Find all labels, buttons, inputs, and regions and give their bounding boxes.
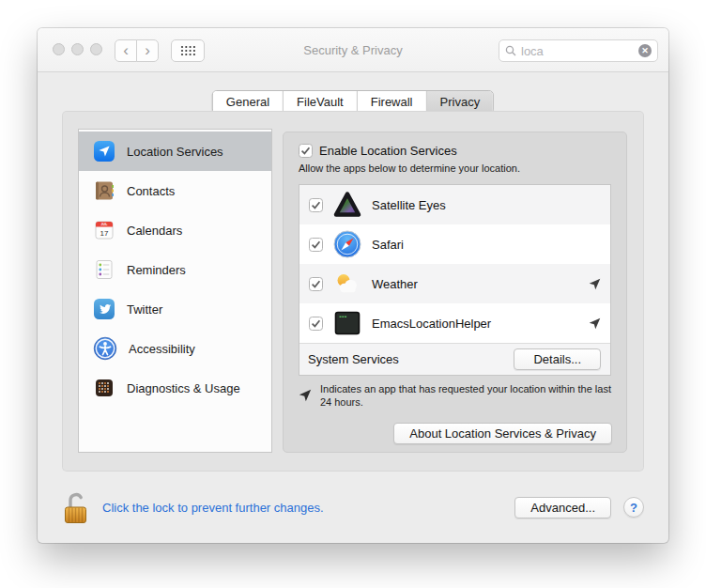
tab-firewall[interactable]: Firewall <box>357 91 426 113</box>
enable-location-label: Enable Location Services <box>319 144 457 158</box>
search-text: loca <box>521 44 544 58</box>
sidebar-item-label: Location Services <box>127 145 223 159</box>
location-arrow-icon <box>93 140 115 162</box>
recent-location-arrow-icon <box>589 317 601 330</box>
app-name: Weather <box>372 277 418 291</box>
traffic-lights <box>53 43 102 55</box>
reminders-list-icon <box>93 258 115 281</box>
lock-message: Click the lock to prevent further change… <box>102 501 324 515</box>
footer-bar: Click the lock to prevent further change… <box>38 472 668 543</box>
search-icon <box>505 45 516 56</box>
zoom-button[interactable] <box>90 43 102 55</box>
sidebar-item-label: Contacts <box>127 184 175 198</box>
app-checkbox[interactable] <box>309 198 323 212</box>
privacy-sidebar: Location Services Contacts <box>78 129 272 453</box>
app-name: Safari <box>372 238 404 252</box>
app-name: EmacsLocationHelper <box>372 317 491 331</box>
twitter-bird-icon <box>93 298 115 320</box>
sidebar-item-label: Twitter <box>127 302 162 317</box>
sidebar-item-label: Diagnostics & Usage <box>127 381 240 395</box>
search-input[interactable]: loca ✕ <box>499 39 658 62</box>
show-all-button[interactable] <box>171 39 205 62</box>
question-mark-icon: ? <box>630 501 637 515</box>
system-services-row: System Services Details... <box>299 343 610 375</box>
calendar-icon: JUL 17 <box>93 219 115 241</box>
safari-compass-icon <box>332 229 362 259</box>
sidebar-item-accessibility[interactable]: Accessibility <box>79 329 271 368</box>
terminal-icon <box>332 308 362 338</box>
calendar-month-label: JUL <box>101 223 109 226</box>
lock-icon[interactable] <box>62 489 90 525</box>
app-name: Satellite Eyes <box>372 198 446 212</box>
nav-buttons: ‹ › <box>115 39 159 62</box>
app-checkbox[interactable] <box>309 317 323 331</box>
enable-location-row: Enable Location Services <box>299 144 626 158</box>
sidebar-item-calendars[interactable]: JUL 17 Calendars <box>79 210 271 250</box>
footnote-location-arrow-icon <box>299 389 312 402</box>
system-services-label: System Services <box>308 352 399 366</box>
sidebar-item-label: Reminders <box>127 263 186 277</box>
security-privacy-window: ‹ › Security & Privacy loca ✕ <box>38 28 668 543</box>
sidebar-item-twitter[interactable]: Twitter <box>79 289 271 329</box>
advanced-button[interactable]: Advanced... <box>514 497 611 518</box>
clear-search-button[interactable]: ✕ <box>638 44 652 57</box>
satellite-eyes-icon <box>332 190 362 220</box>
sidebar-item-label: Calendars <box>127 224 182 238</box>
recent-location-footnote: Indicates an app that has requested your… <box>299 382 614 409</box>
app-row-emacslocationhelper: EmacsLocationHelper <box>299 303 610 343</box>
tab-filevault[interactable]: FileVault <box>283 91 357 113</box>
sidebar-item-label: Accessibility <box>129 342 195 356</box>
grid-icon <box>180 45 196 56</box>
contacts-book-icon <box>93 179 115 202</box>
weather-sun-cloud-icon <box>332 269 362 299</box>
location-services-panel: Enable Location Services Allow the apps … <box>283 132 627 453</box>
recent-location-arrow-icon <box>589 278 601 290</box>
app-row-satellite-eyes: Satellite Eyes <box>299 185 610 224</box>
app-checkbox[interactable] <box>309 277 323 291</box>
details-button[interactable]: Details... <box>514 348 601 370</box>
about-location-services-button[interactable]: About Location Services & Privacy <box>393 423 612 444</box>
help-button[interactable]: ? <box>623 497 644 518</box>
apps-list: Satellite Eyes Safari <box>299 184 611 376</box>
app-row-safari: Safari <box>299 224 610 264</box>
tab-privacy[interactable]: Privacy <box>426 91 494 113</box>
minimize-button[interactable] <box>71 43 84 55</box>
panel-subtitle: Allow the apps below to determine your l… <box>299 162 626 174</box>
sidebar-item-contacts[interactable]: Contacts <box>79 171 271 210</box>
app-checkbox[interactable] <box>309 238 323 252</box>
diagnostics-grid-icon <box>93 377 115 399</box>
forward-button[interactable]: › <box>136 39 159 62</box>
calendar-day-label: 17 <box>100 229 109 238</box>
sidebar-item-location-services[interactable]: Location Services <box>79 132 271 171</box>
clear-icon: ✕ <box>641 46 649 55</box>
chevron-left-icon: ‹ <box>123 41 129 59</box>
titlebar: ‹ › Security & Privacy loca ✕ <box>38 28 668 72</box>
app-row-weather: Weather <box>299 264 610 303</box>
sidebar-item-reminders[interactable]: Reminders <box>79 250 271 289</box>
back-button[interactable]: ‹ <box>115 39 137 62</box>
close-button[interactable] <box>53 43 65 55</box>
accessibility-figure-icon <box>93 336 117 361</box>
chevron-right-icon: › <box>145 41 150 59</box>
enable-location-checkbox[interactable] <box>299 144 313 158</box>
privacy-pane: Location Services Contacts <box>62 111 644 472</box>
footnote-text: Indicates an app that has requested your… <box>320 382 614 409</box>
sidebar-item-diagnostics[interactable]: Diagnostics & Usage <box>79 368 271 408</box>
tab-general[interactable]: General <box>213 91 283 113</box>
